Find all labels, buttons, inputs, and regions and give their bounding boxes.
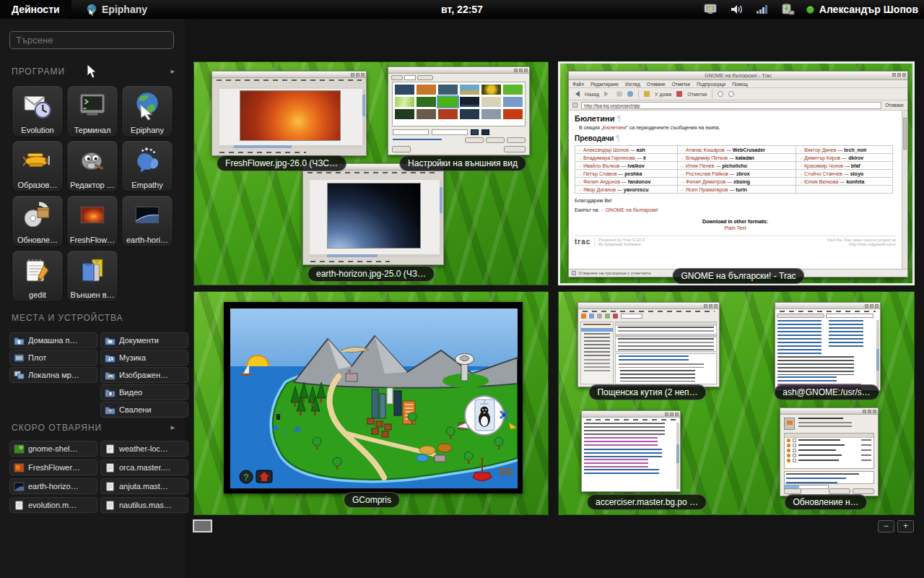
translator-link[interactable]: Филип Димитров [686,179,725,184]
recent-expander-icon[interactable]: ▸ [170,423,175,432]
recent-orca-po[interactable]: orca.master.… [100,460,188,475]
place-network[interactable]: Локална мр… [9,367,97,383]
browser-scrollbar[interactable] [902,111,907,269]
window-gcompris[interactable]: ? [224,302,523,493]
app-terminal[interactable]: Терминал [66,85,118,137]
window-terminal[interactable] [775,302,881,391]
menu-edit[interactable]: Редактиране [590,82,619,87]
forward-icon[interactable] [604,91,611,97]
wallpaper-grid[interactable] [392,82,526,126]
place-desktop[interactable]: Плот [9,350,97,366]
app-updates[interactable]: Обновле… [12,195,64,247]
visit-link[interactable]: http://trac.edgewall.com/ [849,242,896,246]
zoom-in-icon[interactable] [718,91,723,97]
place-music[interactable]: Музика [100,350,188,366]
reload-icon[interactable] [627,91,633,97]
go-button[interactable]: Отиване [885,103,904,108]
app-earth-image[interactable]: earth-hori… [121,195,173,247]
app-gedit[interactable]: gedit [12,250,64,302]
menu-tabs[interactable]: Подпрозорци [697,82,725,87]
search-input[interactable] [9,31,174,49]
menu-bookmarks[interactable]: Отметки [672,82,690,87]
app-freshflower-image[interactable]: FreshFlow… [66,195,118,247]
workspace-indicator[interactable] [193,519,212,532]
recent-anjuta-po[interactable]: anjuta.mast… [100,478,188,494]
window-gimp-freshflower[interactable] [212,71,367,156]
recent-gnome-shell[interactable]: gnome-shel… [9,441,97,457]
window-appearance-settings[interactable] [388,66,530,155]
translator-link[interactable]: Явор Доганов [583,187,616,192]
volume-icon[interactable] [730,4,744,15]
stop-icon[interactable] [616,91,622,97]
network-signal-icon[interactable] [756,4,769,15]
recent-weather-locations[interactable]: weather-loc… [100,441,188,457]
recent-freshflower[interactable]: FreshFlower… [9,460,97,475]
recent-evolution-file[interactable]: evolution.m… [9,497,97,513]
place-pictures[interactable]: Изображен… [100,367,188,383]
translator-link[interactable]: Ивайло Вълков [583,163,619,168]
app-empathy[interactable]: Empathy [121,140,173,192]
menu-view[interactable]: Изглед [625,82,640,87]
translator-link[interactable]: Петър Славов [583,171,616,176]
app-appearance[interactable]: Външен в… [66,250,118,302]
activities-button[interactable]: Дейности [0,0,71,19]
back-icon[interactable] [572,91,580,97]
window-gimp-earth[interactable] [302,163,444,265]
app-gcompris[interactable]: Образов… [12,140,64,192]
workspace-1[interactable]: FreshFlower.jpg-26.0 (ЧЗС… Настройки на … [193,61,549,285]
place-documents[interactable]: Документи [100,332,188,348]
selected-wallpaper[interactable] [438,97,458,107]
mail-preview-pane[interactable] [615,353,717,384]
translator-link[interactable]: Красимир Чонов [804,163,843,168]
translator-link[interactable]: Филип Андонов [583,179,620,184]
user-menu[interactable]: Александър Шопов [806,4,918,15]
zoom-out-icon[interactable] [728,91,734,97]
place-home[interactable]: Домашна п… [9,332,97,348]
recent-earth-horizon[interactable]: earth-horizo… [9,478,97,494]
translator-link[interactable]: Стойчо Станчев [804,171,842,176]
translator-link[interactable]: Александър Шопов [583,147,629,152]
display-icon[interactable] [704,4,718,15]
translator-link[interactable]: Илия Пенев [686,163,714,168]
workspace-3[interactable]: ? GCompris [193,291,549,515]
translator-link[interactable]: Владимира Гиргинова [583,155,635,160]
translator-link[interactable]: Юлия Велкова [804,179,838,184]
mail-folder-tree[interactable] [580,322,614,384]
mail-message-list[interactable] [615,322,717,352]
app-evolution[interactable]: Evolution [12,85,64,137]
home-button[interactable]: У дома [655,92,671,97]
translator-link[interactable]: Димитър Киров [804,155,840,160]
translator-link[interactable]: Владимир Петков [686,155,728,160]
plain-text-link[interactable]: Plain Text [575,225,896,230]
place-downloads[interactable]: Свалени [100,402,188,418]
window-update-manager[interactable] [780,407,879,496]
clock[interactable]: вт, 22:57 [441,0,483,19]
recent-nautilus-po[interactable]: nautilus.mas… [100,497,188,513]
translator-link[interactable]: Виктор Дачев [804,147,836,152]
home-icon[interactable] [644,91,650,97]
battery-icon[interactable] [780,3,795,16]
window-epiphany-trac[interactable]: GNOME на български! - Trac Файл Редактир… [568,71,908,277]
place-videos[interactable]: Видео [100,384,188,400]
app-epiphany[interactable]: Epiphany [121,85,173,137]
menu-file[interactable]: Файл [572,82,584,87]
app-gimp[interactable]: Редактор … [66,140,118,192]
menu-go[interactable]: Отиване [647,82,666,87]
programs-expander-icon[interactable]: ▸ [170,66,175,76]
bookmarks-icon[interactable] [676,91,682,97]
team-link[interactable]: GNOME на български! [606,207,658,212]
workspace-remove-button[interactable]: − [878,520,894,532]
workspace-add-button[interactable]: + [897,520,914,532]
window-terminal-po-file[interactable] [581,410,681,492]
address-bar[interactable]: http://fsa-bg.org/project/gtp [581,102,881,109]
back-button[interactable]: Назад [585,92,599,97]
updates-list[interactable] [784,433,874,469]
workspace-4[interactable]: Пощенска кутия (2 неп… ash@GNOME:/usr/s…… [558,291,915,515]
workspace-2[interactable]: GNOME на български! - Trac Файл Редактир… [558,61,915,285]
focused-app-menu[interactable]: Epiphany [85,0,147,19]
translator-link[interactable]: Ростислав Райков [686,171,728,176]
window-evolution-mail[interactable] [578,302,720,387]
bulletins-link[interactable]: Бюлетини [603,125,626,130]
translator-link[interactable]: Ясен Праматаров [686,187,728,192]
translator-link[interactable]: Атанас Кошаров [686,147,725,152]
